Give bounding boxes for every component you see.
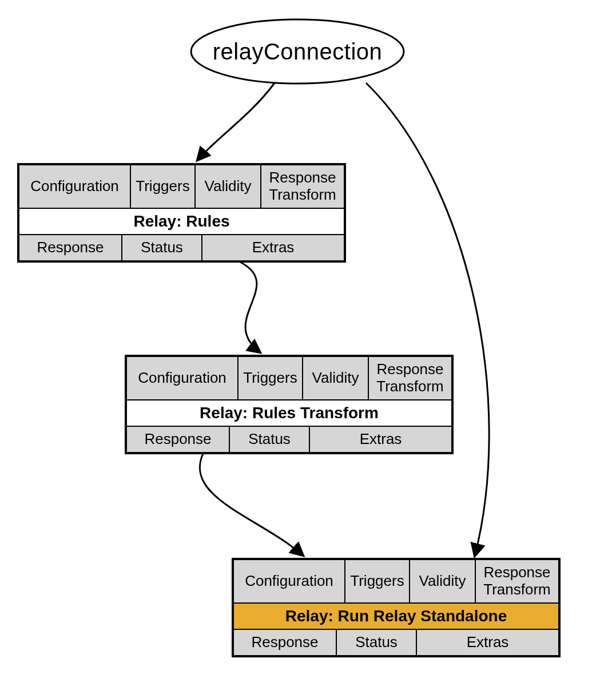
edge-block2-to-block3	[200, 454, 303, 556]
block2-top-row: Configuration Triggers Validity Response…	[126, 356, 452, 400]
relay-block-rules-transform: Configuration Triggers Validity Response…	[125, 355, 454, 454]
cell-triggers: Triggers	[238, 356, 303, 400]
block3-bottom-row: Response Status Extras	[233, 629, 559, 656]
cell-triggers: Triggers	[345, 560, 410, 603]
edge-block1-to-block2	[240, 262, 260, 352]
block1-top-row: Configuration Triggers Validity Response…	[19, 165, 344, 208]
block3-top-row: Configuration Triggers Validity Response…	[233, 560, 559, 603]
cell-response-transform: Response Transform	[475, 560, 559, 603]
cell-status: Status	[336, 629, 416, 656]
cell-extras: Extras	[416, 629, 559, 656]
relay-block-run-standalone: Configuration Triggers Validity Response…	[232, 558, 561, 657]
cell-response: Response	[233, 629, 336, 656]
cell-extras: Extras	[202, 235, 344, 261]
cell-triggers: Triggers	[130, 165, 195, 208]
cell-configuration: Configuration	[126, 356, 238, 400]
block2-title: Relay: Rules Transform	[126, 400, 452, 426]
cell-configuration: Configuration	[19, 165, 130, 208]
block2-bottom-row: Response Status Extras	[126, 426, 452, 453]
cell-validity: Validity	[303, 356, 368, 400]
cell-extras: Extras	[309, 426, 452, 453]
cell-validity: Validity	[410, 560, 475, 603]
root-node: relayConnection	[189, 17, 406, 86]
block3-title: Relay: Run Relay Standalone	[233, 603, 559, 629]
block1-title: Relay: Rules	[19, 208, 344, 235]
root-label: relayConnection	[213, 39, 383, 65]
block1-bottom-row: Response Status Extras	[19, 235, 344, 261]
edge-root-to-block1	[197, 83, 275, 160]
cell-response: Response	[126, 426, 229, 453]
relay-block-rules: Configuration Triggers Validity Response…	[17, 163, 346, 263]
cell-status: Status	[122, 235, 202, 261]
cell-response: Response	[19, 235, 122, 261]
diagram-canvas: relayConnection Configuration Triggers V…	[0, 0, 616, 694]
cell-validity: Validity	[195, 165, 261, 208]
cell-status: Status	[229, 426, 309, 453]
edge-root-to-block3	[366, 83, 489, 556]
cell-configuration: Configuration	[233, 560, 345, 603]
cell-response-transform: Response Transform	[368, 356, 452, 400]
cell-response-transform: Response Transform	[261, 165, 344, 208]
